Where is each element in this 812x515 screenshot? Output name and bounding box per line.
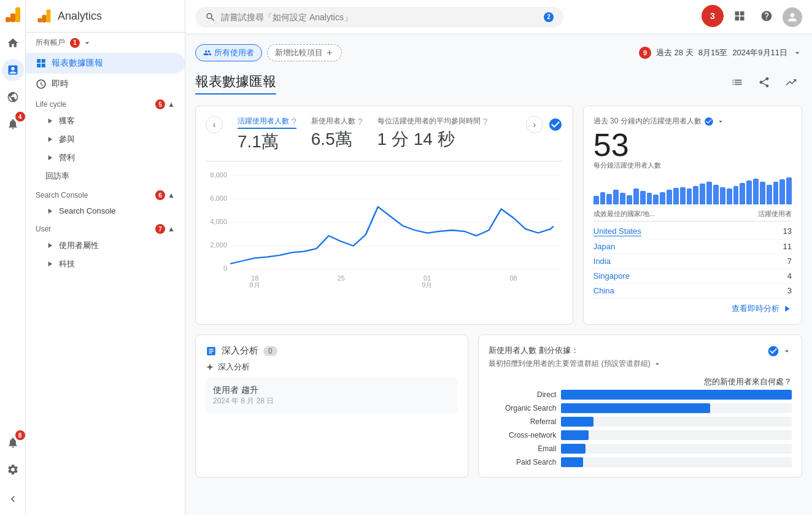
search-icon [205, 12, 216, 23]
country-col-label: 成效最佳的國家/地... [594, 209, 655, 219]
section-question: 您的新使用者來自何處？ [489, 376, 792, 387]
bar-label: Direct [489, 390, 556, 399]
date-from-label: 8月15至 [698, 47, 728, 58]
sidebar-item-tech[interactable]: 科技 [26, 255, 185, 273]
sidebar-item-realtime[interactable]: 即時 [26, 74, 185, 95]
sidebar-item-monetization[interactable]: 營利 [26, 149, 185, 167]
main-chart-card: ‹ 活躍使用者人數 ? 7.1萬 新使用者人數 ? 6.5萬 [195, 106, 573, 325]
active-users-help-icon[interactable]: ? [292, 117, 296, 126]
sidebar-item-acquisition[interactable]: 獲客 [26, 112, 185, 130]
bar-fill [561, 417, 594, 427]
metric-active-users: 活躍使用者人數 ? 7.1萬 [238, 116, 296, 153]
svg-rect-0 [15, 7, 20, 22]
realtime-dropdown-icon[interactable] [716, 117, 725, 126]
mini-bar-item [740, 183, 745, 204]
user-avatar[interactable] [783, 7, 802, 27]
sparkle-icon [206, 363, 214, 371]
sidebar-section-lifecycle[interactable]: Life cycle 5 ▲ [26, 95, 185, 112]
country-row[interactable]: China3 [594, 284, 792, 298]
sidebar-nav: 報表數據匯報 即時 Life cycle 5 ▲ 獲客 參與 營利 回訪率 [26, 53, 185, 515]
date-badge: 9 [639, 47, 651, 59]
bottom-badge: 8 [15, 430, 25, 440]
svg-text:0: 0 [223, 265, 227, 272]
view-realtime-link[interactable]: 查看即時分析 [594, 303, 792, 314]
date-range-selector[interactable]: 9 過去 28 天 8月15至 2024年9月11日 [639, 47, 802, 59]
lifecycle-badge: 5 [155, 99, 165, 109]
bar-label: Referral [489, 417, 556, 426]
realtime-count: 53 [594, 129, 792, 161]
country-row[interactable]: India7 [594, 254, 792, 269]
active-users-label: 活躍使用者人數 ? [238, 116, 296, 129]
chart-type-btn[interactable] [726, 71, 748, 93]
svg-text:2,000: 2,000 [211, 242, 228, 249]
sidebar-item-reports[interactable]: 報表數據匯報 [26, 53, 185, 74]
mini-bar-item [594, 196, 599, 204]
insight-item-title: 使用者 趨升 [213, 385, 450, 396]
mini-bar-item [600, 192, 606, 204]
share-btn[interactable] [753, 71, 775, 93]
account-badge: 1 [70, 38, 80, 48]
sidebar: Analytics 所有帳戶 1 報表數據匯報 即時 Life cycle 5 … [26, 0, 185, 515]
explore-icon-btn[interactable] [2, 86, 24, 108]
new-users-help-icon[interactable]: ? [358, 117, 363, 126]
arrow-right-icon2 [45, 135, 54, 144]
search-input[interactable] [221, 12, 539, 22]
users-icon [203, 48, 212, 57]
arrow-right-icon [782, 304, 792, 314]
bar-card-title: 新使用者人數 劃分依據： [489, 345, 661, 356]
bar-row: Cross-network [489, 430, 792, 440]
all-users-label: 所有使用者 [214, 47, 254, 58]
arrow-right-icon6 [45, 260, 54, 268]
sidebar-account[interactable]: 所有帳戶 1 [26, 33, 185, 53]
bar-row: Referral [489, 417, 792, 427]
user-badge: 7 [155, 224, 165, 234]
bar-label: Paid Search [489, 458, 556, 467]
country-row[interactable]: United States13 [594, 224, 792, 239]
country-row[interactable]: Singapore4 [594, 269, 792, 284]
country-row[interactable]: Japan11 [594, 239, 792, 254]
bar-fill [561, 430, 588, 440]
bar-dropdown-icon[interactable] [782, 346, 792, 356]
subtitle-chevron-icon[interactable] [653, 360, 662, 368]
realtime-icon [36, 79, 47, 90]
sidebar-active-label: 報表數據匯報 [52, 58, 103, 69]
sidebar-item-searchconsole[interactable]: Search Console [26, 203, 185, 219]
sidebar-item-user-attr[interactable]: 使用者屬性 [26, 236, 185, 255]
content-area: 所有使用者 新增比較項目 9 過去 28 天 8月15至 2024年9月11日 … [185, 34, 812, 515]
search-box[interactable]: 2 [195, 7, 563, 28]
next-metric-btn[interactable]: › [526, 116, 543, 133]
sidebar-section-searchconsole[interactable]: Search Console 6 ▲ [26, 185, 185, 203]
date-to-label: 2024年9月11日 [732, 47, 787, 58]
sidebar-section-user[interactable]: User 7 ▲ [26, 219, 185, 236]
sidebar-item-engagement[interactable]: 參與 [26, 130, 185, 149]
settings-icon-btn[interactable] [2, 459, 24, 481]
insights-icon [206, 346, 217, 357]
check-circle-icon [548, 117, 563, 132]
sidebar-header: Analytics [26, 0, 185, 33]
mini-bar-item [706, 182, 712, 204]
topbar-badge3-btn[interactable]: 3 [702, 5, 724, 27]
mini-bar-item [753, 179, 759, 204]
insight-card: 深入分析 0 深入分析 使用者 趨升 2024 年 8 月 28 日 [195, 335, 468, 478]
bar-fill [561, 444, 586, 454]
insight-badge: 0 [263, 346, 277, 356]
mini-bar-chart [594, 175, 792, 204]
svg-rect-3 [47, 10, 51, 23]
trending-btn[interactable] [780, 71, 802, 93]
mini-bar-item [687, 188, 692, 204]
mini-bar-item [779, 179, 785, 204]
prev-metric-btn[interactable]: ‹ [206, 116, 223, 133]
avg-engagement-help-icon[interactable]: ? [483, 117, 488, 126]
collapse-sidebar-btn[interactable] [2, 488, 24, 510]
bar-track [561, 403, 792, 413]
add-comparison-chip[interactable]: 新增比較項目 [267, 44, 342, 61]
reports-icon-btn[interactable] [2, 59, 24, 81]
chevron-down-icon [82, 38, 92, 48]
sidebar-item-retention[interactable]: 回訪率 [26, 167, 185, 185]
home-icon-btn[interactable] [2, 32, 24, 54]
mini-bar-item [613, 190, 619, 204]
all-users-chip[interactable]: 所有使用者 [195, 44, 262, 61]
realtime-subtitle: 每分鐘活躍使用者人數 [594, 161, 792, 170]
help-btn[interactable] [756, 5, 778, 27]
grid-view-btn[interactable] [729, 5, 751, 27]
